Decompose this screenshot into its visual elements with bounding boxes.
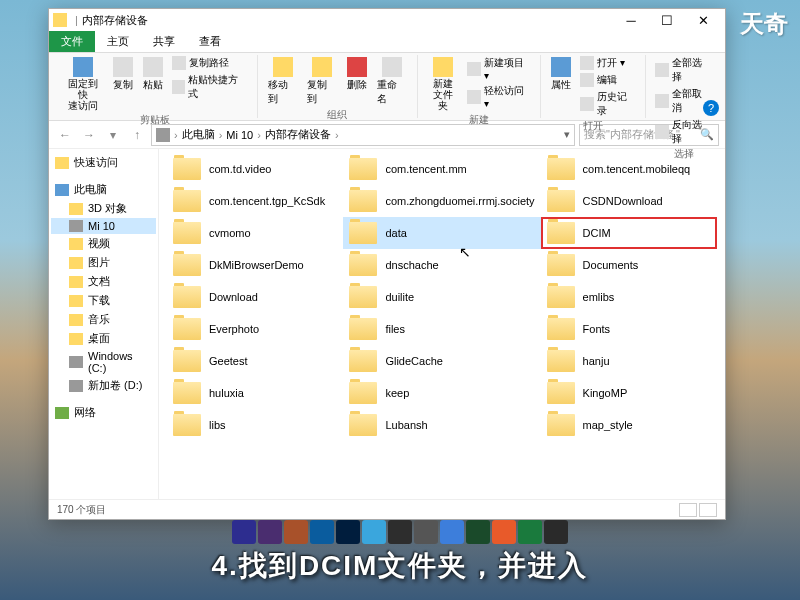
newfolder-button[interactable]: 新建 文件夹	[424, 55, 462, 113]
icons-view-button[interactable]	[699, 503, 717, 517]
close-button[interactable]: ✕	[685, 13, 721, 28]
breadcrumb[interactable]: › 此电脑 › Mi 10 › 内部存储设备 › ▾	[151, 124, 575, 146]
folder-item[interactable]: libs	[167, 409, 343, 441]
tab-home[interactable]: 主页	[95, 31, 141, 52]
folder-item[interactable]: Documents	[541, 249, 717, 281]
folder-item[interactable]: Download	[167, 281, 343, 313]
taskbar-app[interactable]	[232, 520, 256, 544]
folder-icon	[173, 350, 201, 372]
folder-icon	[69, 257, 83, 269]
folder-icon	[69, 295, 83, 307]
details-view-button[interactable]	[679, 503, 697, 517]
pin-button[interactable]: 固定到快 速访问	[59, 55, 107, 113]
sidebar-item[interactable]: 图片	[51, 253, 156, 272]
sidebar-item-label: 网络	[74, 405, 96, 420]
folder-item[interactable]: GlideCache	[343, 345, 540, 377]
newitem-button[interactable]: 新建项目 ▾	[464, 55, 534, 82]
sidebar-item[interactable]: 此电脑	[51, 180, 156, 199]
breadcrumb-item[interactable]: 内部存储设备	[265, 127, 331, 142]
folder-item[interactable]: hanju	[541, 345, 717, 377]
dropdown-icon[interactable]: ▾	[564, 128, 570, 141]
folder-item[interactable]: DCIM	[541, 217, 717, 249]
folder-icon	[53, 13, 67, 27]
sidebar-item[interactable]: 桌面	[51, 329, 156, 348]
edit-button[interactable]: 编辑	[577, 72, 639, 88]
folder-item[interactable]: Lubansh	[343, 409, 540, 441]
folder-name: emlibs	[583, 291, 615, 303]
sidebar-item[interactable]: 快速访问	[51, 153, 156, 172]
history-button[interactable]: 历史记录	[577, 89, 639, 119]
invert-button[interactable]: 反向选择	[652, 117, 715, 147]
sidebar-item[interactable]: 新加卷 (D:)	[51, 376, 156, 395]
folder-item[interactable]: keep	[343, 377, 540, 409]
folder-item[interactable]: dnschache	[343, 249, 540, 281]
folder-item[interactable]: KingoMP	[541, 377, 717, 409]
sidebar-item[interactable]: 3D 对象	[51, 199, 156, 218]
taskbar-app[interactable]	[310, 520, 334, 544]
recent-button[interactable]: ▾	[103, 125, 123, 145]
paste-button[interactable]: 粘贴	[139, 55, 167, 94]
properties-button[interactable]: 属性	[547, 55, 575, 94]
taskbar-app[interactable]	[258, 520, 282, 544]
taskbar-app[interactable]	[492, 520, 516, 544]
folder-item[interactable]: huluxia	[167, 377, 343, 409]
folder-item[interactable]: data	[343, 217, 540, 249]
folder-name: hanju	[583, 355, 610, 367]
taskbar-app[interactable]	[336, 520, 360, 544]
taskbar-app[interactable]	[466, 520, 490, 544]
folder-item[interactable]: Everphoto	[167, 313, 343, 345]
help-icon[interactable]: ?	[703, 100, 719, 116]
taskbar-app[interactable]	[544, 520, 568, 544]
folder-item[interactable]: DkMiBrowserDemo	[167, 249, 343, 281]
moveto-button[interactable]: 移动到	[264, 55, 302, 108]
tab-file[interactable]: 文件	[49, 31, 95, 52]
folder-icon	[547, 414, 575, 436]
folder-icon	[547, 350, 575, 372]
paste-shortcut-button[interactable]: 粘贴快捷方式	[169, 72, 251, 102]
copy-button[interactable]: 复制	[109, 55, 137, 94]
folder-item[interactable]: com.tencent.mm	[343, 153, 540, 185]
sidebar-item[interactable]: Mi 10	[51, 218, 156, 234]
sidebar-item[interactable]: 音乐	[51, 310, 156, 329]
folder-item[interactable]: emlibs	[541, 281, 717, 313]
sidebar-item[interactable]: 下载	[51, 291, 156, 310]
folder-item[interactable]: CSDNDownload	[541, 185, 717, 217]
folder-item[interactable]: map_style	[541, 409, 717, 441]
nav-sidebar: 快速访问此电脑3D 对象Mi 10视频图片文档下载音乐桌面Windows (C:…	[49, 149, 159, 499]
taskbar-app[interactable]	[518, 520, 542, 544]
taskbar-app[interactable]	[388, 520, 412, 544]
breadcrumb-item[interactable]: 此电脑	[182, 127, 215, 142]
sidebar-item[interactable]: 视频	[51, 234, 156, 253]
sidebar-item[interactable]: 文档	[51, 272, 156, 291]
folder-item[interactable]: com.tencent.mobileqq	[541, 153, 717, 185]
tab-share[interactable]: 共享	[141, 31, 187, 52]
folder-item[interactable]: Geetest	[167, 345, 343, 377]
sidebar-item[interactable]: Windows (C:)	[51, 348, 156, 376]
tab-view[interactable]: 查看	[187, 31, 233, 52]
folder-item[interactable]: com.td.video	[167, 153, 343, 185]
back-button[interactable]: ←	[55, 125, 75, 145]
folder-item[interactable]: duilite	[343, 281, 540, 313]
minimize-button[interactable]: ─	[613, 13, 649, 28]
copy-path-button[interactable]: 复制路径	[169, 55, 251, 71]
folder-item[interactable]: cvmomo	[167, 217, 343, 249]
selectall-button[interactable]: 全部选择	[652, 55, 715, 85]
sidebar-item-label: 新加卷 (D:)	[88, 378, 142, 393]
maximize-button[interactable]: ☐	[649, 13, 685, 28]
copyto-button[interactable]: 复制到	[303, 55, 341, 108]
taskbar-app[interactable]	[414, 520, 438, 544]
breadcrumb-item[interactable]: Mi 10	[226, 129, 253, 141]
folder-item[interactable]: files	[343, 313, 540, 345]
forward-button[interactable]: →	[79, 125, 99, 145]
folder-item[interactable]: com.tencent.tgp_KcSdk	[167, 185, 343, 217]
taskbar-app[interactable]	[284, 520, 308, 544]
taskbar-app[interactable]	[440, 520, 464, 544]
sidebar-item[interactable]: 网络	[51, 403, 156, 422]
taskbar-app[interactable]	[362, 520, 386, 544]
easyaccess-button[interactable]: 轻松访问 ▾	[464, 83, 534, 110]
open-button[interactable]: 打开 ▾	[577, 55, 639, 71]
delete-button[interactable]: 删除	[343, 55, 371, 94]
rename-button[interactable]: 重命名	[373, 55, 411, 108]
folder-item[interactable]: Fonts	[541, 313, 717, 345]
folder-item[interactable]: com.zhongduomei.rrmj.society	[343, 185, 540, 217]
